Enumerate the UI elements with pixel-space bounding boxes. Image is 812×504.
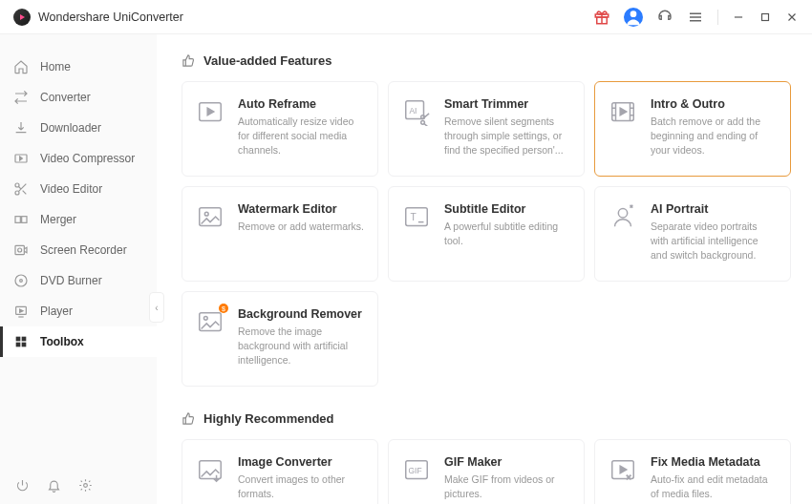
main-content: Value-added Features Auto ReframeAutomat…	[157, 34, 812, 504]
svg-point-31	[203, 316, 207, 320]
card-desc: Remove or add watermarks.	[238, 220, 364, 234]
gear-icon[interactable]	[78, 478, 93, 493]
bell-icon[interactable]	[47, 478, 61, 493]
compress-icon	[13, 151, 29, 166]
svg-point-12	[20, 280, 23, 283]
app-logo	[13, 9, 31, 26]
svg-text:T: T	[410, 212, 417, 222]
home-icon	[13, 59, 29, 74]
card-intro-outro[interactable]: Intro & OutroBatch remove or add the beg…	[594, 81, 791, 177]
sidebar-item-label: DVD Burner	[40, 274, 102, 287]
trimmer-icon: AI	[402, 97, 431, 126]
close-button[interactable]	[785, 10, 799, 24]
sidebar-item-label: Converter	[40, 91, 91, 104]
card-title: Background Remover	[238, 307, 364, 321]
sidebar-item-label: Home	[40, 60, 71, 74]
sidebar-item-recorder[interactable]: Screen Recorder	[0, 235, 157, 265]
collapse-sidebar-button[interactable]: ‹	[149, 292, 164, 323]
sidebar-item-dvd[interactable]: DVD Burner	[0, 265, 157, 296]
sidebar-item-editor[interactable]: Video Editor	[0, 174, 157, 204]
svg-rect-16	[16, 343, 21, 347]
card-image-converter[interactable]: Image ConverterConvert images to other f…	[182, 439, 378, 504]
card-title: Auto Reframe	[238, 97, 364, 111]
sidebar-item-merger[interactable]: Merger	[0, 204, 157, 235]
sidebar-item-label: Screen Recorder	[40, 243, 127, 257]
power-icon[interactable]	[15, 478, 30, 493]
card-fix-metadata[interactable]: Fix Media MetadataAuto-fix and edit meta…	[594, 439, 791, 504]
watermark-icon	[196, 202, 224, 231]
portrait-icon	[609, 202, 637, 231]
card-smart-trimmer[interactable]: AISmart TrimmerRemove silent segments th…	[388, 81, 585, 177]
minimize-button[interactable]	[732, 10, 745, 24]
gift-icon[interactable]	[593, 9, 610, 26]
card-desc: Make GIF from videos or pictures.	[444, 472, 570, 501]
card-auto-reframe[interactable]: Auto ReframeAutomatically resize video f…	[182, 81, 378, 177]
card-desc: Separate video portraits with artificial…	[651, 220, 777, 263]
svg-text:GIF: GIF	[409, 466, 422, 475]
sidebar-item-label: Video Compressor	[40, 152, 135, 165]
download-icon	[13, 120, 29, 136]
grid-icon	[13, 334, 29, 349]
maximize-button[interactable]	[759, 10, 772, 24]
subtitle-icon: T	[402, 202, 431, 231]
svg-rect-14	[16, 337, 21, 342]
card-desc: Remove silent segments through simple se…	[444, 115, 570, 158]
card-title: Image Converter	[238, 455, 364, 469]
menu-icon[interactable]	[687, 9, 704, 26]
svg-text:AI: AI	[410, 106, 417, 116]
recorder-icon	[13, 242, 29, 258]
card-background-remover[interactable]: $Background RemoverRemove the image back…	[182, 291, 378, 387]
card-desc: Convert images to other formats.	[238, 472, 364, 501]
sidebar-item-compressor[interactable]: Video Compressor	[0, 143, 157, 174]
card-desc: Auto-fix and edit metadata of media file…	[651, 472, 777, 501]
svg-point-29	[618, 209, 627, 218]
svg-point-6	[15, 191, 19, 195]
card-desc: A powerful subtitle editing tool.	[444, 220, 570, 248]
card-watermark-editor[interactable]: Watermark EditorRemove or add watermarks…	[182, 186, 378, 282]
sidebar-item-label: Video Editor	[40, 182, 102, 196]
svg-rect-8	[22, 217, 27, 223]
price-badge: $	[219, 304, 228, 313]
card-desc: Automatically resize video for different…	[238, 115, 364, 158]
bgremove-icon: $	[196, 307, 224, 336]
sidebar-item-toolbox[interactable]: Toolbox	[0, 326, 157, 357]
svg-point-5	[15, 183, 19, 187]
film-icon	[609, 97, 637, 126]
sidebar-item-home[interactable]: Home	[0, 52, 157, 82]
card-title: Subtitle Editor	[444, 202, 570, 216]
svg-rect-15	[22, 337, 27, 342]
metadata-icon	[609, 455, 637, 484]
card-subtitle-editor[interactable]: TSubtitle EditorA powerful subtitle edit…	[388, 186, 585, 282]
sidebar-item-label: Toolbox	[40, 335, 84, 348]
svg-rect-27	[406, 208, 428, 226]
titlebar: Wondershare UniConverter	[0, 0, 812, 34]
merge-icon	[13, 212, 29, 227]
scissors-icon	[13, 181, 29, 197]
reframe-icon	[196, 97, 224, 126]
card-title: Fix Media Metadata	[651, 455, 777, 469]
card-title: Smart Trimmer	[444, 97, 570, 111]
section-heading: Highly Recommended	[203, 411, 334, 426]
card-gif-maker[interactable]: GIFGIF MakerMake GIF from videos or pict…	[388, 439, 585, 504]
svg-rect-3	[762, 13, 769, 20]
svg-point-11	[15, 275, 27, 286]
svg-rect-17	[22, 343, 27, 347]
svg-point-18	[84, 484, 88, 488]
sidebar-item-converter[interactable]: Converter	[0, 82, 157, 113]
app-title: Wondershare UniConverter	[38, 10, 183, 24]
card-title: Intro & Outro	[651, 97, 777, 111]
gif-icon: GIF	[402, 455, 431, 484]
svg-point-2	[630, 10, 637, 17]
card-title: GIF Maker	[444, 455, 570, 469]
headset-icon[interactable]	[656, 9, 673, 26]
card-ai-portrait[interactable]: AI PortraitSeparate video portraits with…	[594, 186, 791, 282]
sidebar-item-player[interactable]: Player	[0, 296, 157, 326]
disc-icon	[13, 273, 29, 288]
user-avatar-icon[interactable]	[624, 8, 643, 27]
sidebar-item-downloader[interactable]: Downloader	[0, 113, 157, 143]
card-title: AI Portrait	[651, 202, 777, 216]
converter-icon	[13, 90, 29, 105]
imgconv-icon	[196, 455, 224, 484]
svg-rect-7	[15, 217, 20, 223]
card-title: Watermark Editor	[238, 202, 364, 216]
